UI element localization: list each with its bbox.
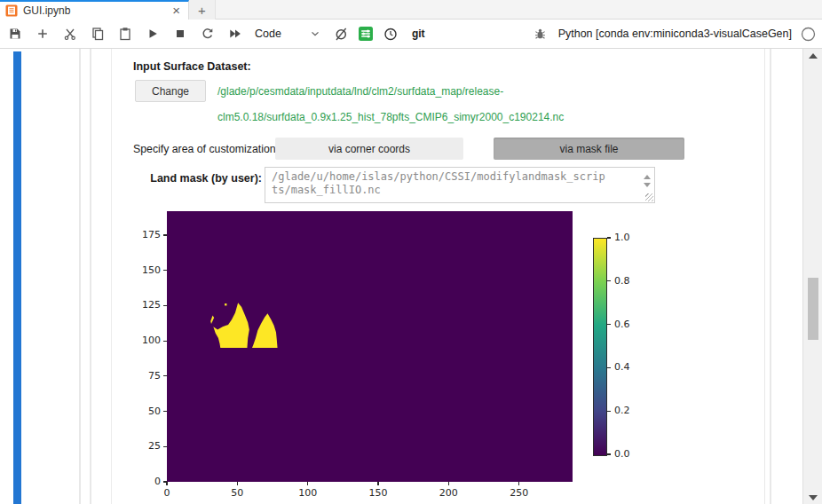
jupyterlab-window: GUI.ipynb × + (0, 0, 822, 504)
run-cell-button[interactable] (146, 27, 160, 41)
notebook-content: Input Surface Dataset: Change /glade/p/c… (0, 49, 822, 504)
close-tab-icon[interactable]: × (170, 5, 183, 16)
add-cell-button[interactable] (36, 27, 50, 41)
dataset-path-line1[interactable]: /glade/p/cesmdata/inputdata/lnd/clm2/sur… (217, 85, 503, 98)
land-mask-textarea[interactable]: /glade/u/home/islas/python/CSSI/modifyla… (265, 167, 655, 203)
vertical-scrollbar[interactable] (802, 49, 822, 504)
y-tick-label: 100 (133, 335, 161, 346)
cell-right-border (770, 49, 771, 504)
x-tick-label: 250 (506, 487, 533, 499)
restart-kernel-button[interactable] (201, 27, 215, 41)
x-tick (448, 482, 449, 485)
kernel-status-icon (801, 27, 816, 42)
scrollbar-down-icon[interactable] (809, 495, 818, 500)
x-tick-label: 150 (365, 487, 391, 499)
cell-tags-icon (359, 27, 373, 41)
output-left-border (90, 49, 91, 504)
textarea-scroll-up-icon[interactable] (644, 175, 651, 179)
notebook-toolbar: Code git (0, 20, 822, 49)
x-tick (377, 482, 378, 485)
widget-right-border (764, 49, 765, 504)
run-all-cells-icon (228, 27, 242, 41)
x-tick (166, 482, 167, 485)
widget-left-border (111, 49, 112, 504)
input-surface-dataset-label: Input Surface Dataset: (133, 60, 251, 73)
colorbar-tick-label: 0.4 (614, 361, 639, 373)
x-tick-label: 50 (224, 487, 250, 499)
land-mask-label: Land mask (by user): (133, 172, 262, 185)
colorbar-tick (607, 324, 611, 325)
y-tick-label: 0 (133, 476, 161, 487)
cell-tags-button[interactable] (359, 27, 373, 41)
cut-cells-icon (63, 27, 77, 41)
cell-type-dropdown-arrow[interactable] (308, 27, 322, 41)
colorbar-tick-label: 0.8 (614, 275, 639, 287)
chevron-down-icon (309, 28, 321, 40)
stop-kernel-icon (173, 27, 187, 41)
slashed-circle-icon (334, 27, 348, 42)
tab-title: GUI.ipynb (23, 4, 170, 17)
git-button[interactable]: git (412, 28, 425, 40)
change-button[interactable]: Change (135, 80, 206, 102)
stop-kernel-button[interactable] (173, 27, 187, 41)
copy-cells-button[interactable] (91, 27, 105, 41)
add-cell-icon (36, 27, 50, 41)
x-tick-label: 100 (295, 487, 321, 499)
y-tick-label: 175 (133, 229, 161, 240)
x-tick (518, 482, 519, 485)
history-clock-icon (383, 27, 398, 42)
tab-gui-ipynb[interactable]: GUI.ipynb × (0, 0, 189, 20)
colorbar-tick (607, 280, 611, 281)
cell-left-border (79, 49, 81, 504)
skip-traceback-button[interactable] (334, 27, 348, 41)
scrollbar-up-icon[interactable] (809, 53, 818, 59)
x-tick-label: 0 (154, 487, 180, 499)
new-tab-button[interactable]: + (189, 0, 216, 20)
cut-cells-button[interactable] (63, 27, 77, 41)
run-all-cells-button[interactable] (228, 27, 242, 41)
specify-area-label: Specify area of customization (133, 143, 276, 155)
colorbar-tick (607, 367, 611, 368)
colorbar-tick (607, 237, 611, 238)
save-icon (8, 27, 22, 41)
cell-type-dropdown[interactable]: Code (255, 28, 281, 40)
copy-cells-icon (91, 27, 105, 41)
tab-bar: GUI.ipynb × + (0, 0, 822, 20)
notebook-icon (5, 4, 18, 17)
bug-icon (534, 27, 547, 41)
colorbar-tick (607, 453, 611, 454)
save-button[interactable] (8, 27, 22, 41)
via-mask-file-button[interactable]: via mask file (494, 138, 684, 160)
kernel-status-indicator[interactable] (801, 27, 816, 42)
colorbar-tick-label: 0.6 (614, 319, 639, 330)
debugger-button[interactable] (534, 27, 548, 41)
y-tick-label: 75 (133, 370, 161, 382)
history-button[interactable] (383, 27, 398, 41)
colorbar-tick-label: 0.2 (614, 405, 639, 416)
scrollbar-thumb[interactable] (808, 278, 818, 340)
run-cell-icon (146, 27, 160, 41)
colorbar-tick (607, 411, 611, 412)
via-corner-coords-button[interactable]: via corner coords (275, 138, 463, 160)
y-tick-label: 50 (133, 406, 161, 417)
textarea-scroll-down-icon[interactable] (644, 183, 651, 187)
y-tick-label: 25 (133, 440, 161, 452)
paste-cells-button[interactable] (118, 27, 132, 41)
colorbar (593, 238, 607, 456)
paste-cells-icon (118, 27, 132, 41)
textarea-resize-grip[interactable] (645, 193, 653, 201)
active-cell-indicator[interactable] (13, 51, 21, 504)
restart-kernel-icon (201, 27, 215, 41)
kernel-name[interactable]: Python [conda env:miniconda3-visualCaseG… (558, 28, 792, 40)
y-tick-label: 150 (133, 264, 161, 276)
colorbar-tick-label: 0.0 (614, 448, 639, 460)
dataset-path-line2[interactable]: clm5.0.18/surfdata_0.9x1.25_hist_78pfts_… (217, 111, 564, 123)
x-tick-label: 200 (435, 487, 462, 499)
y-tick-label: 125 (133, 299, 161, 311)
x-tick (237, 482, 238, 485)
figure: 02550751001251501750501001502002501.00.8… (133, 209, 701, 504)
land-mask-region (167, 211, 573, 482)
land-mask-value: /glade/u/home/islas/python/CSSI/modifyla… (272, 170, 607, 197)
colorbar-tick-label: 1.0 (614, 232, 639, 243)
x-tick (307, 482, 308, 485)
